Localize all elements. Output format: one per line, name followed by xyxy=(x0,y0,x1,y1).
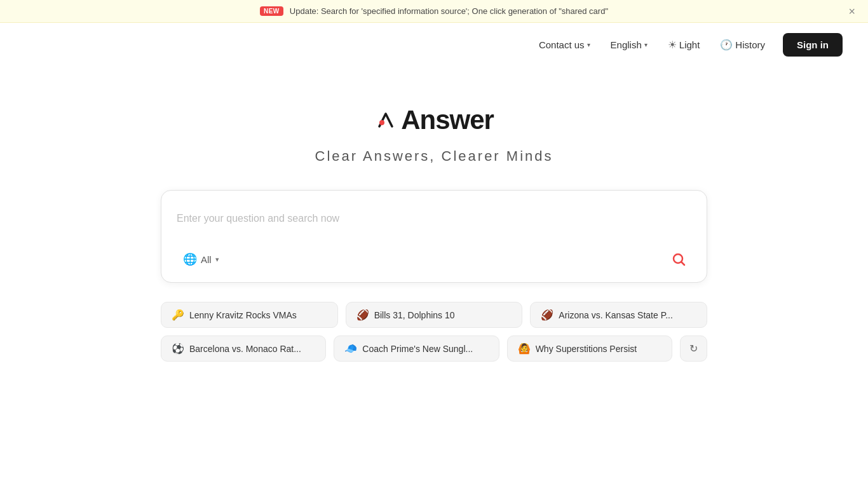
chip-text-5: Coach Prime's New Sungl... xyxy=(362,344,473,354)
trending-container: 🔑 Lenny Kravitz Rocks VMAs 🏈 Bills 31, D… xyxy=(161,302,707,362)
chip-text-3: Arizona vs. Kansas State P... xyxy=(559,310,673,320)
theme-label: Light xyxy=(679,39,700,50)
trending-chip-1[interactable]: 🔑 Lenny Kravitz Rocks VMAs xyxy=(161,302,338,328)
contact-label: Contact us xyxy=(539,39,585,50)
refresh-button[interactable]: ↻ xyxy=(680,336,707,362)
contact-chevron-icon: ▾ xyxy=(587,41,590,48)
chip-emoji-3: 🏈 xyxy=(541,309,553,321)
language-chevron-icon: ▾ xyxy=(644,41,648,48)
chip-text-4: Barcelona vs. Monaco Rat... xyxy=(189,344,301,354)
tagline: Clear Answers, Clearer Minds xyxy=(315,148,553,165)
trending-chip-4[interactable]: ⚽ Barcelona vs. Monaco Rat... xyxy=(161,336,326,362)
source-chevron-icon: ▾ xyxy=(215,255,219,264)
chip-emoji-5: 🧢 xyxy=(344,342,357,355)
contact-us-button[interactable]: Contact us ▾ xyxy=(531,34,598,55)
source-selector[interactable]: 🌐 All ▾ xyxy=(177,248,226,270)
search-container: 🌐 All ▾ xyxy=(161,190,707,283)
trending-chip-6[interactable]: 🙆 Why Superstitions Persist xyxy=(507,336,672,362)
trending-row-1: 🔑 Lenny Kravitz Rocks VMAs 🏈 Bills 31, D… xyxy=(161,302,707,328)
language-label: English xyxy=(611,39,642,50)
logo-text: Answer xyxy=(401,105,494,135)
search-button[interactable] xyxy=(666,247,691,272)
refresh-icon: ↻ xyxy=(689,342,698,355)
chip-emoji-2: 🏈 xyxy=(356,309,369,321)
history-button[interactable]: 🕐 History xyxy=(712,34,773,56)
logo-icon xyxy=(374,109,397,132)
announcement-banner: NEW Update: Search for 'specified inform… xyxy=(0,0,868,23)
language-selector[interactable]: English ▾ xyxy=(603,34,655,55)
clock-icon: 🕐 xyxy=(720,39,733,51)
search-bottom-bar: 🌐 All ▾ xyxy=(177,247,691,272)
logo: Answer xyxy=(374,105,494,135)
trending-chip-3[interactable]: 🏈 Arizona vs. Kansas State P... xyxy=(530,302,707,328)
source-label: All xyxy=(201,254,212,265)
sun-icon: ☀ xyxy=(668,39,677,51)
theme-toggle[interactable]: ☀ Light xyxy=(660,34,708,56)
chip-emoji-6: 🙆 xyxy=(518,342,531,355)
history-label: History xyxy=(735,39,765,50)
navbar: Contact us ▾ English ▾ ☀ Light 🕐 History… xyxy=(0,23,868,67)
trending-chip-5[interactable]: 🧢 Coach Prime's New Sungl... xyxy=(334,336,499,362)
main-content: Answer Clear Answers, Clearer Minds 🌐 Al… xyxy=(0,67,868,362)
svg-line-2 xyxy=(682,262,685,266)
chip-text-6: Why Superstitions Persist xyxy=(536,344,637,354)
banner-close-button[interactable]: × xyxy=(848,6,855,17)
search-input[interactable] xyxy=(177,203,691,234)
search-icon xyxy=(671,252,686,267)
chip-text-1: Lenny Kravitz Rocks VMAs xyxy=(189,310,297,320)
globe-icon: 🌐 xyxy=(183,252,197,266)
banner-message: Update: Search for 'specified informatio… xyxy=(290,6,608,16)
chip-text-2: Bills 31, Dolphins 10 xyxy=(374,310,455,320)
svg-point-0 xyxy=(379,120,384,125)
sign-in-button[interactable]: Sign in xyxy=(783,33,843,57)
trending-row-2: ⚽ Barcelona vs. Monaco Rat... 🧢 Coach Pr… xyxy=(161,336,707,362)
chip-emoji-1: 🔑 xyxy=(172,309,184,321)
new-badge: NEW xyxy=(260,6,283,16)
chip-emoji-4: ⚽ xyxy=(172,342,184,355)
trending-chip-2[interactable]: 🏈 Bills 31, Dolphins 10 xyxy=(346,302,523,328)
